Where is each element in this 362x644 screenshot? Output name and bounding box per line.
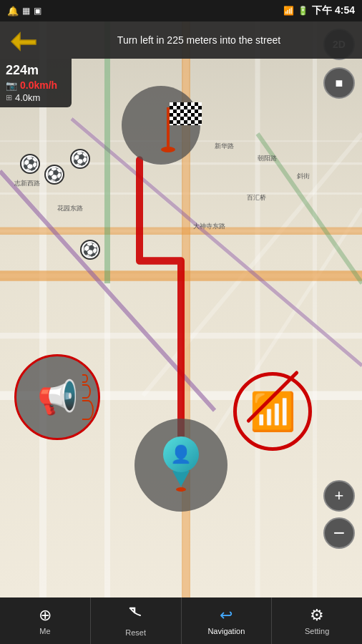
speed-display: 📷 0.0km/h bbox=[6, 79, 66, 91]
reset-icon bbox=[127, 605, 145, 626]
speed-camera-icon: 📷 bbox=[6, 80, 17, 91]
zoom-out-icon: − bbox=[333, 522, 345, 545]
nav-item-navigation[interactable]: ↩ Navigation bbox=[182, 597, 273, 644]
app-icon-2: ▣ bbox=[34, 6, 41, 16]
destination-marker bbox=[122, 86, 200, 165]
football-marker-4: ⚽ bbox=[80, 240, 100, 260]
nav-item-reset[interactable]: Reset bbox=[91, 597, 182, 644]
setting-icon: ⚙ bbox=[310, 606, 324, 625]
current-location-marker: 👤 bbox=[134, 419, 228, 512]
football-marker-3: ⚽ bbox=[70, 149, 90, 169]
turn-arrow-icon bbox=[7, 24, 43, 56]
football-marker-1: ⚽ bbox=[20, 154, 40, 174]
distance-display: 224m bbox=[6, 63, 66, 78]
battery-icon: 🔋 bbox=[298, 6, 308, 16]
nav-instruction: Turn left in 225 meters into the street bbox=[43, 34, 355, 46]
me-label: Me bbox=[39, 627, 50, 635]
bottom-navigation: ⊕ Me Reset ↩ Navigation ⚙ Setting bbox=[0, 597, 362, 644]
status-bar: 🔔 ▦ ▣ 📶 🔋 下午 4:54 bbox=[0, 0, 362, 21]
app-icon-1: ▦ bbox=[22, 6, 30, 16]
me-icon: ⊕ bbox=[39, 606, 52, 625]
no-wifi-indicator: 📶 bbox=[226, 365, 319, 458]
grid-icon: ⊞ bbox=[6, 93, 12, 102]
nav-item-me[interactable]: ⊕ Me bbox=[0, 597, 91, 644]
total-distance-display: ⊞ 4.0km bbox=[6, 92, 66, 103]
zoom-out-button[interactable]: − bbox=[323, 517, 355, 549]
setting-label: Setting bbox=[305, 627, 329, 635]
alarm-icon: 🔔 bbox=[7, 6, 19, 16]
speed-value: 0.0km/h bbox=[20, 79, 57, 91]
zoom-in-icon: + bbox=[335, 487, 344, 505]
status-icons-left: 🔔 ▦ ▣ bbox=[7, 6, 41, 16]
status-icons-right: 📶 🔋 下午 4:54 bbox=[283, 4, 355, 17]
stop-icon: ■ bbox=[336, 76, 343, 91]
info-panel: 224m 📷 0.0km/h ⊞ 4.0km bbox=[0, 59, 72, 107]
nav-item-setting[interactable]: ⚙ Setting bbox=[272, 597, 362, 644]
football-marker-2: ⚽ bbox=[44, 165, 64, 185]
status-time: 下午 4:54 bbox=[312, 4, 355, 17]
reset-label: Reset bbox=[125, 628, 146, 637]
map-area[interactable]: 志新西路 花园东路 大神寺东路 朝阳路 新华路 百汇桥 斜街 ⚽ ⚽ ⚽ ⚽ 📢 bbox=[0, 21, 362, 597]
stop-navigation-button[interactable]: ■ bbox=[323, 67, 355, 99]
nav-header: Turn left in 225 meters into the street bbox=[0, 21, 362, 59]
navigation-icon: ↩ bbox=[220, 606, 233, 625]
total-distance-value: 4.0km bbox=[15, 92, 40, 103]
zoom-in-button[interactable]: + bbox=[323, 480, 355, 512]
navigation-label: Navigation bbox=[207, 627, 245, 635]
volume-button[interactable]: 📢 bbox=[14, 354, 100, 440]
signal-icon: 📶 bbox=[283, 6, 294, 16]
